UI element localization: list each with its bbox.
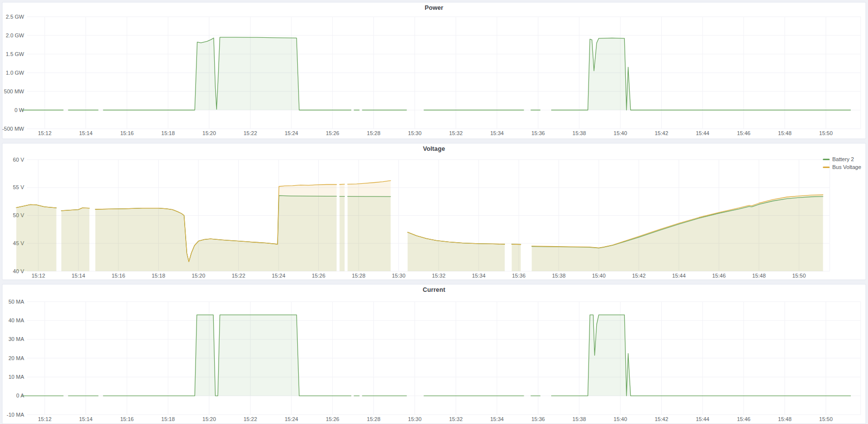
- power-panel: Power 2.5 GW2.0 GW1.5 GW1.0 GW500 MW0 W-…: [2, 2, 866, 139]
- x-tick-label: 15:14: [79, 130, 93, 136]
- x-tick-label: 15:20: [202, 416, 216, 422]
- x-tick-label: 15:42: [655, 130, 669, 136]
- x-tick-label: 15:46: [712, 273, 726, 279]
- current-panel-title[interactable]: Current: [423, 286, 446, 293]
- y-tick-label: 20 MA: [8, 355, 24, 361]
- x-tick-label: 15:34: [490, 416, 504, 422]
- series-area-bus-voltage: [95, 185, 336, 272]
- x-tick-label: 15:50: [792, 273, 806, 279]
- x-tick-label: 15:24: [272, 273, 285, 279]
- x-tick-label: 15:30: [392, 273, 406, 279]
- series-area-battery-2: [103, 315, 351, 396]
- power-panel-title[interactable]: Power: [424, 4, 443, 11]
- x-tick-label: 15:28: [367, 130, 381, 136]
- x-tick-label: 15:32: [449, 130, 463, 136]
- voltage-panel: Voltage 60 V55 V50 V45 V40 V15:1215:1415…: [2, 143, 866, 280]
- series-area-bus-voltage: [408, 232, 505, 271]
- x-tick-label: 15:24: [284, 130, 298, 136]
- x-tick-label: 15:18: [152, 273, 166, 279]
- series-area-battery-2: [103, 37, 351, 110]
- y-tick-label: 1.5 GW: [6, 51, 25, 57]
- x-tick-label: 15:50: [819, 130, 833, 136]
- x-tick-label: 15:12: [38, 416, 52, 422]
- battery2-swatch-icon: [823, 159, 830, 160]
- x-tick-label: 15:26: [326, 416, 339, 422]
- x-tick-label: 15:22: [232, 273, 246, 279]
- x-tick-label: 15:30: [408, 130, 422, 136]
- x-tick-label: 15:12: [31, 273, 45, 279]
- x-tick-label: 15:34: [472, 273, 486, 279]
- current-panel: Current 50 MA40 MA30 MA20 MA10 MA0 A-10 …: [2, 284, 866, 424]
- x-tick-label: 15:38: [552, 273, 566, 279]
- x-tick-label: 15:18: [161, 416, 175, 422]
- x-tick-label: 15:32: [449, 416, 463, 422]
- x-tick-label: 15:42: [632, 273, 646, 279]
- x-tick-label: 15:50: [819, 416, 833, 422]
- y-tick-label: 40 MA: [8, 317, 24, 323]
- x-tick-label: 15:48: [778, 130, 792, 136]
- series-area-bus-voltage: [339, 184, 344, 271]
- dashboard: Power 2.5 GW2.0 GW1.5 GW1.0 GW500 MW0 W-…: [0, 0, 868, 424]
- y-tick-label: 10 MA: [8, 374, 24, 380]
- y-tick-label: 1.0 GW: [6, 70, 25, 76]
- x-tick-label: 15:48: [752, 273, 766, 279]
- x-tick-label: 15:20: [202, 130, 216, 136]
- x-tick-label: 15:22: [244, 416, 257, 422]
- x-tick-label: 15:40: [614, 130, 627, 136]
- x-tick-label: 15:36: [532, 130, 545, 136]
- voltage-panel-header: Voltage: [2, 143, 866, 154]
- series-line-bus-voltage: [512, 244, 521, 245]
- x-tick-label: 15:46: [737, 130, 751, 136]
- x-tick-label: 15:42: [655, 416, 669, 422]
- voltage-legend: Battery 2 Bus Voltage: [823, 156, 861, 170]
- power-chart[interactable]: 2.5 GW2.0 GW1.5 GW1.0 GW500 MW0 W-500 MW…: [2, 13, 866, 139]
- x-tick-label: 15:44: [696, 130, 709, 136]
- x-tick-label: 15:16: [120, 130, 134, 136]
- current-chart[interactable]: 50 MA40 MA30 MA20 MA10 MA0 A-10 MA15:121…: [2, 295, 866, 424]
- x-tick-label: 15:24: [284, 416, 298, 422]
- x-tick-label: 15:12: [38, 130, 52, 136]
- x-tick-label: 15:34: [490, 130, 504, 136]
- x-tick-label: 15:36: [512, 273, 526, 279]
- x-tick-label: 15:38: [572, 416, 586, 422]
- x-tick-label: 15:28: [367, 416, 381, 422]
- legend-label: Bus Voltage: [832, 164, 861, 170]
- x-tick-label: 15:48: [778, 416, 792, 422]
- y-tick-label: 60 V: [13, 157, 24, 163]
- x-tick-label: 15:30: [408, 416, 422, 422]
- x-tick-label: 15:44: [696, 416, 709, 422]
- x-tick-label: 15:32: [432, 273, 446, 279]
- legend-label: Battery 2: [832, 156, 854, 163]
- series-area-bus-voltage: [532, 195, 823, 272]
- series-area-bus-voltage: [61, 208, 89, 271]
- series-line-bus-voltage: [339, 184, 344, 185]
- legend-item-battery2[interactable]: Battery 2: [823, 156, 861, 163]
- x-tick-label: 15:40: [614, 416, 627, 422]
- x-tick-label: 15:26: [326, 130, 339, 136]
- x-tick-label: 15:22: [244, 130, 257, 136]
- y-tick-label: 500 MW: [4, 88, 25, 94]
- x-tick-label: 15:38: [572, 130, 586, 136]
- x-tick-label: 15:14: [72, 273, 85, 279]
- x-tick-label: 15:16: [120, 416, 134, 422]
- legend-item-bus-voltage[interactable]: Bus Voltage: [823, 164, 861, 170]
- current-panel-header: Current: [2, 284, 866, 295]
- voltage-chart[interactable]: 60 V55 V50 V45 V40 V15:1215:1415:1615:18…: [2, 154, 866, 280]
- y-tick-label: 2.5 GW: [6, 14, 25, 20]
- y-tick-label: 55 V: [13, 184, 24, 190]
- series-area-bus-voltage: [512, 244, 521, 271]
- x-tick-label: 15:28: [352, 273, 365, 279]
- series-area-bus-voltage: [16, 204, 56, 271]
- y-tick-label: 2.0 GW: [6, 32, 25, 38]
- voltage-panel-title[interactable]: Voltage: [423, 145, 445, 152]
- bus-voltage-swatch-icon: [823, 167, 830, 168]
- x-tick-label: 15:18: [161, 130, 175, 136]
- series-area-bus-voltage: [348, 181, 391, 271]
- y-tick-label: 30 MA: [8, 336, 24, 342]
- x-tick-label: 15:20: [192, 273, 205, 279]
- x-tick-label: 15:26: [312, 273, 326, 279]
- y-tick-label: -500 MW: [2, 126, 25, 132]
- power-panel-header: Power: [2, 2, 866, 13]
- x-tick-label: 15:44: [672, 273, 686, 279]
- y-tick-label: 50 MA: [8, 299, 24, 305]
